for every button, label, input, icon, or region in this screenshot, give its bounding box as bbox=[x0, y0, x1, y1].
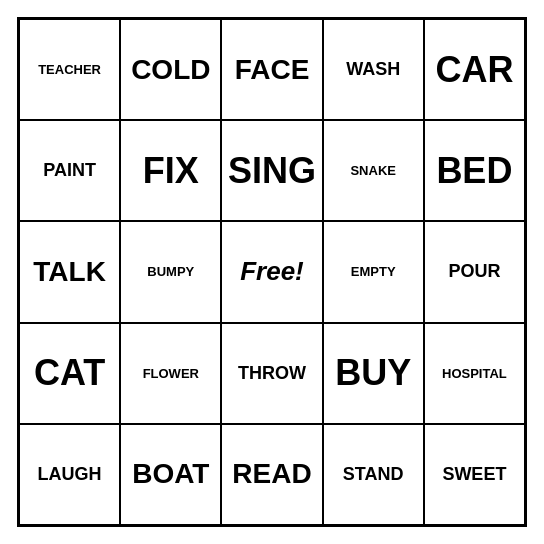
bingo-cell-5: PAINT bbox=[19, 120, 120, 221]
bingo-board: TEACHERCOLDFACEWASHCARPAINTFIXSINGSNAKEB… bbox=[17, 17, 527, 527]
bingo-cell-21: BOAT bbox=[120, 424, 221, 525]
bingo-cell-17: THROW bbox=[221, 323, 322, 424]
bingo-cell-18: BUY bbox=[323, 323, 424, 424]
bingo-cell-4: CAR bbox=[424, 19, 525, 120]
bingo-cell-13: EMPTY bbox=[323, 221, 424, 322]
bingo-cell-20: LAUGH bbox=[19, 424, 120, 525]
bingo-cell-15: CAT bbox=[19, 323, 120, 424]
bingo-cell-24: SWEET bbox=[424, 424, 525, 525]
bingo-cell-8: SNAKE bbox=[323, 120, 424, 221]
bingo-cell-16: FLOWER bbox=[120, 323, 221, 424]
bingo-cell-23: STAND bbox=[323, 424, 424, 525]
bingo-cell-9: BED bbox=[424, 120, 525, 221]
bingo-cell-2: FACE bbox=[221, 19, 322, 120]
bingo-cell-14: POUR bbox=[424, 221, 525, 322]
bingo-cell-7: SING bbox=[221, 120, 322, 221]
bingo-cell-19: HOSPITAL bbox=[424, 323, 525, 424]
bingo-cell-12: Free! bbox=[221, 221, 322, 322]
bingo-cell-0: TEACHER bbox=[19, 19, 120, 120]
bingo-cell-22: READ bbox=[221, 424, 322, 525]
bingo-cell-11: BUMPY bbox=[120, 221, 221, 322]
bingo-cell-6: FIX bbox=[120, 120, 221, 221]
bingo-cell-10: TALK bbox=[19, 221, 120, 322]
bingo-cell-3: WASH bbox=[323, 19, 424, 120]
bingo-cell-1: COLD bbox=[120, 19, 221, 120]
